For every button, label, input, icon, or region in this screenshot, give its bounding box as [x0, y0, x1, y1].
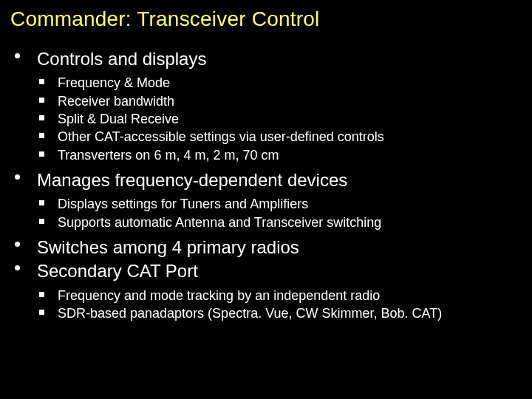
square-icon [39, 219, 44, 224]
bullet-text: Controls and displays [37, 49, 206, 69]
sub-bullet-text: Frequency and mode tracking by an indepe… [58, 288, 380, 303]
slide: Commander: Transceiver Control Controls … [0, 0, 532, 322]
sub-bullet-item: Transverters on 6 m, 4 m, 2 m, 70 cm [37, 146, 522, 164]
sub-bullet-item: Frequency and mode tracking by an indepe… [37, 287, 522, 304]
sub-bullet-text: Other CAT-accessible settings via user-d… [58, 129, 384, 144]
sub-bullet-item: Split & Dual Receive [37, 110, 522, 128]
bullet-text: Switches among 4 primary radios [37, 237, 299, 257]
bullet-text: Manages frequency-dependent devices [37, 170, 347, 190]
sub-bullet-item: Supports automatic Antenna and Transceiv… [37, 214, 522, 231]
square-icon [39, 115, 44, 120]
square-icon [39, 79, 44, 84]
sub-bullet-list: Frequency & Mode Receiver bandwidth Spli… [37, 74, 522, 163]
sub-bullet-list: Displays settings for Tuners and Amplifi… [37, 195, 522, 231]
bullet-item: Controls and displays Frequency & Mode R… [10, 47, 522, 164]
disc-icon [15, 242, 20, 247]
sub-bullet-text: Displays settings for Tuners and Amplifi… [58, 197, 308, 211]
square-icon [39, 133, 44, 138]
bullet-text: Secondary CAT Port [37, 261, 198, 281]
disc-icon [15, 53, 20, 58]
bullet-item: Switches among 4 primary radios [10, 236, 522, 259]
sub-bullet-item: Frequency & Mode [37, 74, 522, 92]
sub-bullet-text: Split & Dual Receive [58, 112, 179, 126]
sub-bullet-text: Transverters on 6 m, 4 m, 2 m, 70 cm [58, 148, 279, 163]
sub-bullet-text: Frequency & Mode [58, 75, 170, 90]
slide-title: Commander: Transceiver Control [10, 7, 522, 31]
disc-icon [15, 265, 20, 270]
sub-bullet-item: Other CAT-accessible settings via user-d… [37, 128, 522, 146]
square-icon [39, 200, 44, 205]
sub-bullet-text: SDR-based panadaptors (Spectra. Vue, CW … [58, 306, 442, 321]
square-icon [39, 98, 44, 103]
bullet-item: Manages frequency-dependent devices Disp… [10, 168, 522, 231]
sub-bullet-item: Receiver bandwidth [37, 92, 522, 110]
sub-bullet-item: SDR-based panadaptors (Spectra. Vue, CW … [37, 304, 522, 322]
square-icon [39, 310, 44, 315]
bullet-list: Controls and displays Frequency & Mode R… [10, 47, 522, 322]
bullet-item: Secondary CAT Port Frequency and mode tr… [10, 259, 522, 322]
sub-bullet-item: Displays settings for Tuners and Amplifi… [37, 195, 522, 213]
disc-icon [15, 174, 20, 180]
square-icon [39, 292, 44, 297]
sub-bullet-text: Receiver bandwidth [58, 94, 174, 109]
sub-bullet-text: Supports automatic Antenna and Transceiv… [58, 215, 381, 230]
square-icon [39, 151, 44, 157]
sub-bullet-list: Frequency and mode tracking by an indepe… [37, 287, 522, 323]
